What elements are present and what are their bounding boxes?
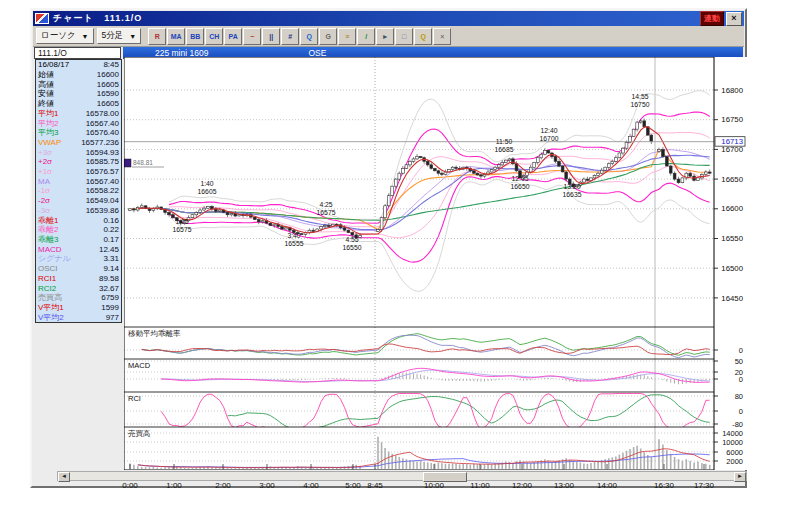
compare-chart-icon[interactable]: # — [281, 28, 299, 45]
data-row-value: 16576.57 — [86, 167, 119, 176]
svg-text:RCI: RCI — [128, 394, 141, 403]
line-chart-icon[interactable]: ~ — [243, 28, 261, 45]
horizontal-scrollbar[interactable]: ◄ ► — [57, 471, 747, 481]
data-row-label: 乖離2 — [38, 225, 58, 235]
svg-text:16575: 16575 — [317, 209, 336, 216]
data-row-label: 高値 — [38, 79, 54, 89]
data-row-label: 安値 — [38, 89, 54, 99]
data-row: -3σ16539.86 — [36, 206, 121, 216]
svg-text:16550: 16550 — [343, 244, 362, 251]
data-row-value: 977 — [106, 313, 119, 322]
data-row-value: 16578.00 — [86, 109, 119, 118]
data-row: シグナル3.31 — [36, 254, 121, 264]
data-row: V平均11599 — [36, 303, 121, 313]
time-axis-label: 11:00 — [470, 481, 489, 490]
bar-chart-icon[interactable]: || — [262, 28, 280, 45]
data-row-value: 32.67 — [99, 284, 119, 293]
toolbar-icons: RMABBCHPA~||#QG≡/►□Q× — [148, 28, 451, 45]
delete-drawing-icon[interactable]: × — [433, 28, 451, 45]
symbol-input[interactable]: 111.1/O — [34, 47, 121, 59]
data-row-value: 16590 — [97, 89, 119, 98]
svg-text:16750: 16750 — [721, 115, 743, 124]
svg-text:14000: 14000 — [722, 429, 743, 438]
bollinger-indicator-icon[interactable]: BB — [186, 28, 204, 45]
select-cursor-icon[interactable]: ► — [376, 28, 394, 45]
svg-text:11:50: 11:50 — [496, 138, 513, 145]
chevron-down-icon: ▼ — [82, 33, 89, 40]
svg-text:16650: 16650 — [721, 175, 743, 184]
data-row: +2σ16585.75 — [36, 157, 121, 167]
app-icon — [35, 13, 49, 24]
data-row-value: 12.45 — [99, 245, 119, 254]
data-row: 高値16605 — [36, 79, 121, 89]
chevron-down-icon: ▼ — [129, 33, 136, 40]
window-title: チャート 111.1/O — [53, 12, 142, 25]
draw-line-icon[interactable]: / — [357, 28, 375, 45]
settings-gear-icon[interactable]: G — [319, 28, 337, 45]
svg-text:16700: 16700 — [540, 135, 559, 142]
data-row-label: +1σ — [38, 167, 52, 176]
svg-text:売買高: 売買高 — [128, 429, 151, 438]
title-bar[interactable]: チャート 111.1/O 連動 × — [33, 11, 744, 26]
time-axis-label: 3:00 — [259, 481, 275, 490]
time-axis-label: 8:45 — [367, 481, 383, 490]
data-row-label: 平均2 — [38, 118, 58, 128]
data-row-label: 平均3 — [38, 128, 58, 138]
eraser-icon[interactable]: □ — [395, 28, 413, 45]
linked-badge[interactable]: 連動 — [700, 11, 724, 26]
data-row: 乖離20.22 — [36, 225, 121, 235]
data-row-value: 16539.86 — [86, 206, 119, 215]
data-row-value: 89.58 — [99, 274, 119, 283]
svg-text:10000: 10000 — [722, 438, 743, 447]
svg-text:80: 80 — [735, 392, 743, 401]
svg-text:1:40: 1:40 — [200, 180, 213, 187]
svg-text:16650: 16650 — [511, 183, 530, 190]
data-row: 安値16590 — [36, 89, 121, 99]
svg-text:16713: 16713 — [721, 137, 743, 146]
svg-text:0: 0 — [739, 375, 743, 384]
data-row-label: MA — [38, 177, 50, 186]
svg-text:16550: 16550 — [721, 234, 743, 243]
svg-text:3:40: 3:40 — [287, 232, 300, 239]
toolbar: ローソク ▼ 5分足 ▼ RMABBCHPA~||#QG≡/►□Q× — [33, 26, 744, 47]
search-icon[interactable]: Q — [414, 28, 432, 45]
data-row-value: 8:45 — [103, 60, 119, 69]
svg-text:-80: -80 — [732, 420, 743, 429]
chart-canvas[interactable]: 848.811:05165751:40166053:40165554:25165… — [124, 57, 747, 470]
position-marker — [124, 159, 131, 167]
chart-style-icon[interactable]: R — [148, 28, 166, 45]
data-row: MA16567.40 — [36, 176, 121, 186]
data-row: +3σ16594.93 — [36, 147, 121, 157]
svg-text:2000: 2000 — [726, 457, 743, 466]
pa-indicator-icon[interactable]: PA — [224, 28, 242, 45]
ma-indicator-icon[interactable]: MA — [167, 28, 185, 45]
svg-text:4:25: 4:25 — [319, 201, 332, 208]
data-row-label: -1σ — [38, 186, 50, 195]
svg-text:16635: 16635 — [563, 191, 582, 198]
zoom-in-icon[interactable]: Q — [300, 28, 318, 45]
data-row-value: 16567.40 — [86, 177, 119, 186]
chart-type-dropdown[interactable]: ローソク ▼ — [36, 28, 94, 44]
data-row-value: 3.31 — [103, 254, 119, 263]
interval-dropdown[interactable]: 5分足 ▼ — [97, 28, 142, 44]
data-row-label: RCI1 — [38, 274, 56, 283]
data-row: 売買高6759 — [36, 293, 121, 303]
data-row-label: V平均1 — [38, 303, 64, 313]
data-row: RCI232.67 — [36, 283, 121, 293]
data-row-value: 16558.22 — [86, 186, 119, 195]
svg-text:16575: 16575 — [173, 226, 192, 233]
data-row-label: 終値 — [38, 99, 54, 109]
time-axis-label: 1:00 — [166, 481, 182, 490]
data-row: 平均316576.40 — [36, 128, 121, 138]
measure-icon[interactable]: ≡ — [338, 28, 356, 45]
data-row-label: 売買高 — [38, 293, 62, 303]
data-row-label: OSCI — [38, 264, 58, 273]
data-row: RCI189.58 — [36, 273, 121, 283]
data-row: 乖離30.17 — [36, 235, 121, 245]
candle-indicator-icon[interactable]: CH — [205, 28, 223, 45]
data-row: OSCI9.14 — [36, 264, 121, 274]
time-axis-label: 0:00 — [122, 481, 138, 490]
screenshot-stage: チャート 111.1/O 連動 × ローソク ▼ 5分足 ▼ RMABBCHPA… — [0, 0, 800, 507]
close-button[interactable]: × — [726, 12, 742, 26]
time-axis-label: 14:00 — [597, 481, 617, 490]
